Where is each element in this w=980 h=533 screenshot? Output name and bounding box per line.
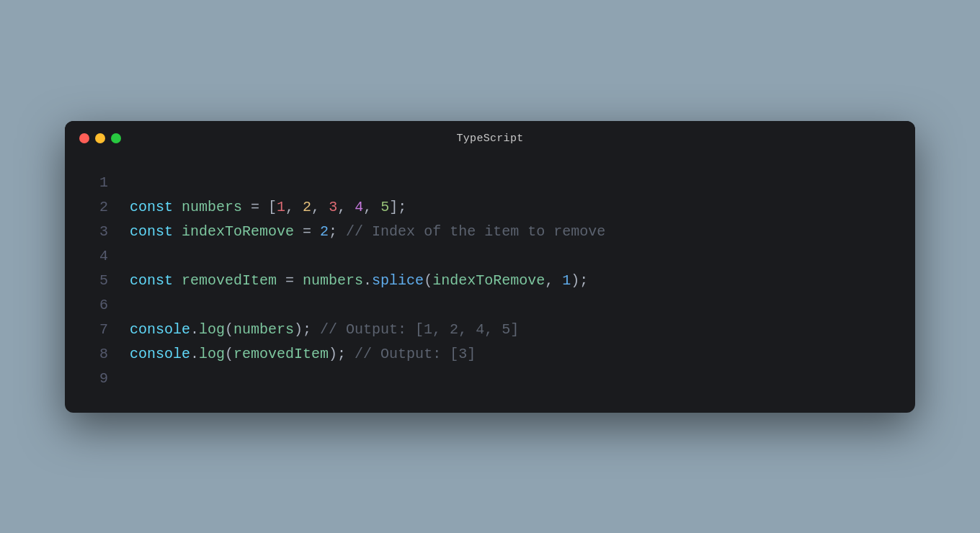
line-number: 5 bbox=[86, 269, 108, 293]
code-content: const removedItem = numbers.splice(index… bbox=[130, 269, 588, 293]
code-content: const indexToRemove = 2; // Index of the… bbox=[130, 220, 605, 244]
code-line: 4 bbox=[86, 244, 894, 269]
code-window: TypeScript 1 2 const numbers = [1, 2, 3,… bbox=[65, 121, 915, 413]
code-line: 8 console.log(removedItem); // Output: [… bbox=[86, 342, 894, 367]
minimize-button[interactable] bbox=[95, 133, 105, 143]
line-number: 8 bbox=[86, 342, 108, 367]
code-area: 1 2 const numbers = [1, 2, 3, 4, 5]; 3 c… bbox=[65, 156, 915, 413]
close-button[interactable] bbox=[79, 133, 89, 143]
code-content: console.log(numbers); // Output: [1, 2, … bbox=[130, 318, 519, 342]
traffic-lights bbox=[79, 133, 121, 143]
code-line: 2 const numbers = [1, 2, 3, 4, 5]; bbox=[86, 195, 894, 220]
code-line: 5 const removedItem = numbers.splice(ind… bbox=[86, 269, 894, 293]
line-number: 2 bbox=[86, 195, 108, 220]
line-number: 6 bbox=[86, 293, 108, 318]
code-content: const numbers = [1, 2, 3, 4, 5]; bbox=[130, 195, 406, 220]
code-line: 7 console.log(numbers); // Output: [1, 2… bbox=[86, 318, 894, 342]
code-line: 9 bbox=[86, 367, 894, 391]
line-number: 7 bbox=[86, 318, 108, 342]
code-line: 3 const indexToRemove = 2; // Index of t… bbox=[86, 220, 894, 244]
line-number: 3 bbox=[86, 220, 108, 244]
code-line: 1 bbox=[86, 171, 894, 195]
line-number: 9 bbox=[86, 367, 108, 391]
code-content: console.log(removedItem); // Output: [3] bbox=[130, 342, 476, 367]
window-title: TypeScript bbox=[456, 133, 523, 145]
title-bar: TypeScript bbox=[65, 121, 915, 156]
line-number: 1 bbox=[86, 171, 108, 195]
maximize-button[interactable] bbox=[111, 133, 121, 143]
code-line: 6 bbox=[86, 293, 894, 318]
line-number: 4 bbox=[86, 244, 108, 269]
